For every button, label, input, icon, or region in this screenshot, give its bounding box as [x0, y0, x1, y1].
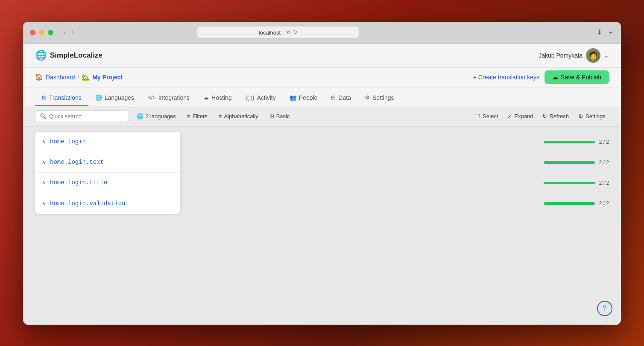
logo-icon: 🌐 — [35, 50, 47, 61]
toolbar-settings-button[interactable]: ⚙ Settings — [575, 111, 609, 121]
filters-button[interactable]: ≡ Filters — [184, 111, 211, 121]
sort-button[interactable]: ≡ Alphabetically — [215, 111, 262, 121]
user-info: Jakub Pomykała 🧑 ⌄ — [539, 48, 609, 63]
languages-filter-button[interactable]: 🌐 2 languages — [133, 111, 179, 121]
progress-bar-container — [544, 141, 595, 143]
new-tab-icon[interactable]: ＋ — [607, 28, 614, 37]
breadcrumb-bar: 🏠 Dashboard / 🏡 My Project + Create tran… — [23, 68, 621, 87]
settings-tab-icon: ⚙ — [365, 94, 370, 101]
forward-button[interactable]: › — [70, 28, 76, 37]
translation-key-list: ∧ home.login ∧ home.login.text ∧ home.lo… — [35, 132, 180, 214]
close-button[interactable] — [30, 30, 35, 35]
header-actions: + Create translation keys ☁ Save & Publi… — [473, 70, 609, 84]
browser-window: ‹ › localhost ⧉ ↻ ⬇ ＋ 🌐 SimpleLocalize J… — [23, 22, 621, 325]
integrations-tab-icon: </> — [148, 94, 156, 101]
table-row[interactable]: ∧ home.login.title — [35, 173, 180, 193]
table-row[interactable]: ∧ home.login.text — [35, 152, 180, 173]
tab-translations[interactable]: ⊞ Translations — [35, 90, 88, 106]
traffic-lights — [30, 30, 53, 35]
content-area: ∧ home.login ∧ home.login.text ∧ home.lo… — [23, 127, 621, 325]
progress-row: 2 / 2 — [544, 193, 609, 214]
project-icon: 🏡 — [82, 73, 90, 81]
refresh-button[interactable]: ↻ Refresh — [539, 111, 572, 121]
settings-icon: ⚙ — [578, 113, 583, 119]
progress-label: 2 / 2 — [599, 201, 609, 206]
progress-section: 2 / 2 2 / 2 2 / 2 2 / 2 — [544, 132, 609, 214]
expand-button[interactable]: ⤢ Expand — [504, 111, 536, 121]
airplay-icon: ⧉ — [287, 29, 290, 36]
download-icon[interactable]: ⬇ — [597, 28, 602, 37]
dashboard-link[interactable]: Dashboard — [46, 74, 75, 81]
activity-tab-icon: ((·)) — [245, 94, 254, 101]
table-row[interactable]: ∧ home.login.validation — [35, 193, 180, 214]
save-publish-button[interactable]: ☁ Save & Publish — [544, 70, 609, 84]
nav-buttons: ‹ › — [62, 28, 76, 37]
toolbar: 🔍 🌐 2 languages ≡ Filters ≡ Alphabetical… — [23, 106, 621, 127]
create-translation-keys-button[interactable]: + Create translation keys — [473, 74, 539, 81]
table-row[interactable]: ∧ home.login — [35, 132, 180, 152]
app-name: SimpleLocalize — [50, 51, 102, 60]
progress-bar-container — [544, 202, 595, 205]
globe-icon: 🌐 — [137, 113, 143, 119]
app-header: 🌐 SimpleLocalize Jakub Pomykała 🧑 ⌄ — [23, 44, 621, 68]
user-name: Jakub Pomykała — [539, 52, 583, 59]
languages-tab-icon: 🌐 — [95, 94, 102, 101]
maximize-button[interactable] — [48, 30, 53, 35]
progress-bar-fill — [544, 141, 595, 143]
refresh-icon: ↻ — [542, 113, 547, 119]
expand-row-icon[interactable]: ∧ — [42, 139, 46, 145]
tab-hosting[interactable]: ☁ Hosting — [196, 90, 238, 106]
translation-key-text: home.login — [50, 138, 86, 145]
view-icon: ⊞ — [269, 113, 274, 119]
app-logo: 🌐 SimpleLocalize — [35, 50, 102, 61]
titlebar: ‹ › localhost ⧉ ↻ ⬇ ＋ — [23, 22, 621, 44]
hosting-tab-icon: ☁ — [203, 94, 209, 101]
people-tab-icon: 👥 — [290, 94, 296, 101]
select-button[interactable]: ☐ Select — [472, 111, 501, 121]
chevron-down-icon[interactable]: ⌄ — [604, 52, 609, 59]
filter-icon: ≡ — [187, 113, 190, 119]
progress-label: 2 / 2 — [599, 139, 609, 145]
progress-bar-fill — [544, 202, 595, 205]
data-tab-icon: ⊟ — [331, 94, 336, 101]
expand-row-icon[interactable]: ∧ — [42, 201, 46, 206]
url-bar[interactable]: localhost ⧉ ↻ — [197, 26, 359, 39]
tab-integrations[interactable]: </> Integrations — [141, 90, 196, 106]
progress-label: 2 / 2 — [599, 160, 609, 166]
titlebar-right: ⬇ ＋ — [597, 28, 614, 37]
breadcrumb: 🏠 Dashboard / 🏡 My Project — [35, 73, 123, 81]
progress-row: 2 / 2 — [544, 152, 609, 173]
progress-bar-container — [544, 161, 595, 164]
tab-activity[interactable]: ((·)) Activity — [238, 90, 282, 106]
tab-settings[interactable]: ⚙ Settings — [358, 90, 401, 106]
cloud-icon: ☁ — [552, 74, 558, 81]
translation-key-text: home.login.validation — [50, 200, 125, 207]
minimize-button[interactable] — [39, 30, 44, 35]
tab-data[interactable]: ⊟ Data — [324, 90, 358, 106]
search-box[interactable]: 🔍 — [35, 110, 129, 122]
reload-icon[interactable]: ↻ — [293, 29, 298, 36]
tabs-bar: ⊞ Translations 🌐 Languages </> Integrati… — [23, 87, 621, 106]
translations-tab-icon: ⊞ — [42, 94, 47, 101]
expand-row-icon[interactable]: ∧ — [42, 159, 46, 165]
expand-icon: ⤢ — [507, 113, 512, 119]
project-name: My Project — [92, 74, 123, 81]
breadcrumb-separator: / — [78, 74, 79, 81]
progress-label: 2 / 2 — [599, 180, 609, 186]
progress-row: 2 / 2 — [544, 173, 609, 193]
tab-people[interactable]: 👥 People — [283, 90, 325, 106]
progress-row: 2 / 2 — [544, 132, 609, 152]
view-button[interactable]: ⊞ Basic — [266, 111, 293, 121]
select-icon: ☐ — [475, 113, 480, 119]
help-button[interactable]: ? — [597, 301, 612, 316]
expand-row-icon[interactable]: ∧ — [42, 180, 46, 186]
toolbar-right: ☐ Select ⤢ Expand ↻ Refresh ⚙ Settings — [472, 111, 609, 121]
avatar: 🧑 — [586, 48, 600, 63]
tab-languages[interactable]: 🌐 Languages — [88, 90, 141, 106]
progress-bar-fill — [544, 161, 595, 164]
search-input[interactable] — [49, 113, 124, 119]
back-button[interactable]: ‹ — [62, 28, 67, 37]
url-text: localhost — [259, 29, 281, 36]
progress-bar-fill — [544, 182, 595, 184]
sort-icon: ≡ — [219, 113, 222, 119]
